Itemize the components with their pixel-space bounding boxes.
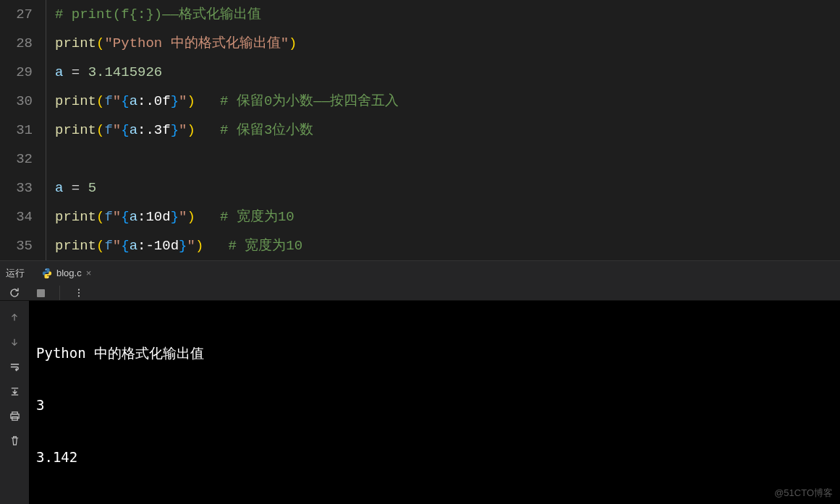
line-number-gutter: 27 28 29 30 31 32 33 34 35 — [0, 0, 46, 260]
trash-icon[interactable] — [8, 434, 21, 447]
separator — [59, 286, 60, 300]
scroll-to-end-icon[interactable] — [8, 385, 21, 398]
number-literal: 3.1415926 — [88, 64, 163, 80]
func-name: print — [55, 238, 96, 254]
line-number: 31 — [0, 116, 33, 145]
line-number: 32 — [0, 145, 33, 174]
code-line[interactable]: print("Python 中的格式化输出值") — [55, 29, 840, 58]
stop-icon[interactable] — [33, 286, 48, 300]
rerun-icon[interactable] — [7, 286, 22, 300]
terminal-line: 3.142 — [36, 444, 833, 470]
line-number: 27 — [0, 0, 33, 29]
code-line[interactable]: # print(f{:})——格式化输出值 — [55, 0, 840, 29]
soft-wrap-icon[interactable] — [8, 360, 21, 373]
svg-point-4 — [78, 295, 80, 296]
watermark-text: @51CTO博客 — [774, 487, 833, 500]
line-number: 28 — [0, 29, 33, 58]
panel-tab-bar: 运行 blog.c × — [0, 260, 840, 286]
code-editor[interactable]: 27 28 29 30 31 32 33 34 35 # print(f{:})… — [0, 0, 840, 260]
code-line[interactable]: print(f"{a:.3f}") # 保留3位小数 — [55, 116, 840, 145]
comment-text: # 宽度为10 — [229, 238, 303, 254]
variable: a — [55, 64, 63, 80]
code-line[interactable] — [55, 145, 840, 174]
func-name: print — [55, 93, 96, 109]
terminal-output[interactable]: Python 中的格式化输出值 3 3.142 5 5 — [29, 301, 840, 504]
comment-text: # 保留3位小数 — [220, 122, 313, 138]
run-file-name: blog.c — [56, 268, 82, 278]
terminal-line: 3 — [36, 392, 833, 418]
svg-point-0 — [46, 268, 46, 269]
terminal-action-bar — [0, 301, 29, 504]
variable: a — [55, 180, 63, 196]
line-number: 29 — [0, 58, 33, 87]
string-literal: "Python 中的格式化输出值" — [104, 35, 289, 51]
code-line[interactable]: print(f"{a:10d}") # 宽度为10 — [55, 202, 840, 231]
run-toolbar — [0, 286, 840, 301]
code-line[interactable]: a = 3.1415926 — [55, 58, 840, 87]
more-actions-icon[interactable] — [72, 286, 86, 300]
run-file-tab[interactable]: blog.c × — [35, 261, 98, 286]
func-name: print — [55, 122, 96, 138]
svg-point-3 — [78, 292, 80, 294]
func-name: print — [55, 209, 96, 225]
panel-run-label[interactable]: 运行 — [6, 267, 25, 280]
func-name: print — [55, 35, 96, 51]
terminal-area: Python 中的格式化输出值 3 3.142 5 5 — [0, 301, 840, 504]
comment-text: # 宽度为10 — [220, 209, 294, 225]
code-line[interactable]: a = 5 — [55, 174, 840, 202]
close-tab-icon[interactable]: × — [86, 268, 92, 278]
arrow-up-icon[interactable] — [8, 311, 21, 324]
code-area[interactable]: # print(f{:})——格式化输出值 print("Python 中的格式… — [46, 0, 840, 260]
svg-point-1 — [48, 276, 48, 277]
arrow-down-icon[interactable] — [8, 336, 21, 349]
python-file-icon — [42, 268, 52, 278]
line-number: 30 — [0, 87, 33, 116]
code-line[interactable]: print(f"{a:.0f}") # 保留0为小数——按四舍五入 — [55, 87, 840, 116]
line-number: 34 — [0, 202, 33, 231]
line-number: 33 — [0, 174, 33, 202]
terminal-line: 5 — [36, 496, 833, 504]
svg-point-2 — [78, 289, 80, 291]
number-literal: 5 — [88, 180, 96, 196]
terminal-line: Python 中的格式化输出值 — [36, 340, 833, 366]
code-line[interactable]: print(f"{a:-10d}") # 宽度为10 — [55, 231, 840, 260]
line-number: 35 — [0, 231, 33, 260]
comment-text: # 保留0为小数——按四舍五入 — [220, 93, 399, 109]
comment-text: # print(f{:})——格式化输出值 — [55, 7, 261, 22]
print-icon[interactable] — [8, 409, 21, 422]
